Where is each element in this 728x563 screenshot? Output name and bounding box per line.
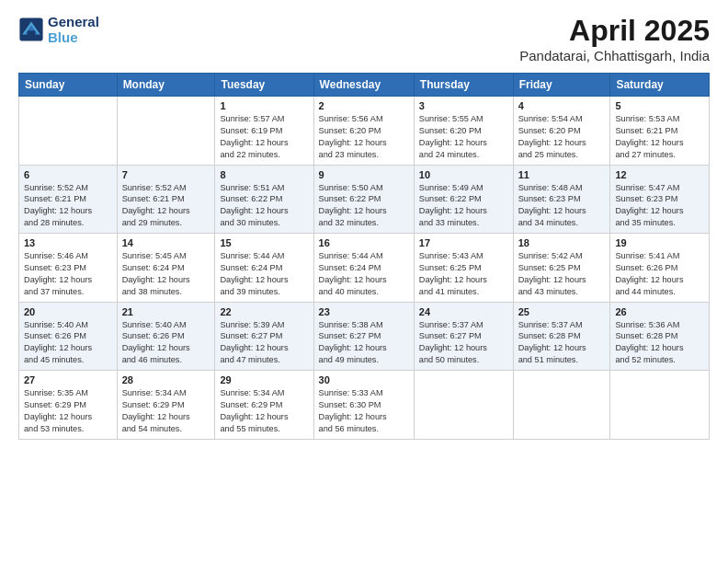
day-header-sunday: Sunday [19,74,118,97]
day-info: Sunrise: 5:40 AM Sunset: 6:26 PM Dayligh… [24,319,112,367]
calendar-cell [513,371,610,440]
calendar-cell: 29Sunrise: 5:34 AM Sunset: 6:29 PM Dayli… [215,371,313,440]
day-info: Sunrise: 5:47 AM Sunset: 6:23 PM Dayligh… [615,182,704,230]
calendar-cell: 6Sunrise: 5:52 AM Sunset: 6:21 PM Daylig… [19,165,118,234]
calendar-cell: 8Sunrise: 5:51 AM Sunset: 6:22 PM Daylig… [215,165,313,234]
day-info: Sunrise: 5:50 AM Sunset: 6:22 PM Dayligh… [319,182,409,230]
day-number: 3 [419,100,508,111]
day-number: 10 [419,169,508,180]
calendar-cell [19,97,118,166]
calendar-cell: 30Sunrise: 5:33 AM Sunset: 6:30 PM Dayli… [313,371,414,440]
day-number: 15 [220,237,308,248]
calendar-cell: 10Sunrise: 5:49 AM Sunset: 6:22 PM Dayli… [414,165,513,234]
day-number: 14 [122,237,210,248]
day-info: Sunrise: 5:42 AM Sunset: 6:25 PM Dayligh… [518,250,606,298]
day-header-monday: Monday [117,74,215,97]
day-info: Sunrise: 5:49 AM Sunset: 6:22 PM Dayligh… [419,182,508,230]
calendar-cell: 16Sunrise: 5:44 AM Sunset: 6:24 PM Dayli… [313,234,414,303]
day-number: 21 [122,306,210,317]
calendar-cell [414,371,513,440]
calendar-subtitle: Pandatarai, Chhattisgarh, India [519,48,710,63]
calendar-cell: 17Sunrise: 5:43 AM Sunset: 6:25 PM Dayli… [414,234,513,303]
day-number: 30 [319,374,409,385]
day-info: Sunrise: 5:35 AM Sunset: 6:29 PM Dayligh… [24,387,112,435]
calendar-cell: 21Sunrise: 5:40 AM Sunset: 6:26 PM Dayli… [117,302,215,371]
day-number: 13 [24,237,112,248]
day-info: Sunrise: 5:55 AM Sunset: 6:20 PM Dayligh… [419,113,508,161]
day-info: Sunrise: 5:57 AM Sunset: 6:19 PM Dayligh… [220,113,308,161]
day-info: Sunrise: 5:41 AM Sunset: 6:26 PM Dayligh… [615,250,704,298]
calendar-cell: 5Sunrise: 5:53 AM Sunset: 6:21 PM Daylig… [610,97,710,166]
day-info: Sunrise: 5:53 AM Sunset: 6:21 PM Dayligh… [615,113,704,161]
calendar-header-row: SundayMondayTuesdayWednesdayThursdayFrid… [19,74,710,97]
day-number: 5 [615,100,704,111]
calendar-cell: 19Sunrise: 5:41 AM Sunset: 6:26 PM Dayli… [610,234,710,303]
header: General Blue April 2025 Pandatarai, Chha… [18,14,710,63]
calendar-cell: 13Sunrise: 5:46 AM Sunset: 6:23 PM Dayli… [19,234,118,303]
day-info: Sunrise: 5:40 AM Sunset: 6:26 PM Dayligh… [122,319,210,367]
calendar-cell: 7Sunrise: 5:52 AM Sunset: 6:21 PM Daylig… [117,165,215,234]
day-info: Sunrise: 5:34 AM Sunset: 6:29 PM Dayligh… [220,387,308,435]
day-info: Sunrise: 5:38 AM Sunset: 6:27 PM Dayligh… [319,319,409,367]
calendar-cell: 2Sunrise: 5:56 AM Sunset: 6:20 PM Daylig… [313,97,414,166]
calendar-cell: 23Sunrise: 5:38 AM Sunset: 6:27 PM Dayli… [313,302,414,371]
day-number: 24 [419,306,508,317]
day-number: 28 [122,374,210,385]
day-number: 23 [319,306,409,317]
calendar-week-5: 27Sunrise: 5:35 AM Sunset: 6:29 PM Dayli… [19,371,710,440]
day-number: 1 [220,100,308,111]
calendar-cell: 11Sunrise: 5:48 AM Sunset: 6:23 PM Dayli… [513,165,610,234]
logo-line1: General [48,14,99,29]
day-number: 12 [615,169,704,180]
calendar-week-3: 13Sunrise: 5:46 AM Sunset: 6:23 PM Dayli… [19,234,710,303]
title-block: April 2025 Pandatarai, Chhattisgarh, Ind… [519,14,710,63]
day-header-thursday: Thursday [414,74,513,97]
calendar-cell: 27Sunrise: 5:35 AM Sunset: 6:29 PM Dayli… [19,371,118,440]
day-info: Sunrise: 5:48 AM Sunset: 6:23 PM Dayligh… [518,182,606,230]
calendar-cell: 1Sunrise: 5:57 AM Sunset: 6:19 PM Daylig… [215,97,313,166]
calendar-table: SundayMondayTuesdayWednesdayThursdayFrid… [18,73,710,440]
day-info: Sunrise: 5:51 AM Sunset: 6:22 PM Dayligh… [220,182,308,230]
calendar-cell: 22Sunrise: 5:39 AM Sunset: 6:27 PM Dayli… [215,302,313,371]
calendar-cell: 18Sunrise: 5:42 AM Sunset: 6:25 PM Dayli… [513,234,610,303]
day-info: Sunrise: 5:43 AM Sunset: 6:25 PM Dayligh… [419,250,508,298]
logo-icon [18,17,44,42]
calendar-cell: 15Sunrise: 5:44 AM Sunset: 6:24 PM Dayli… [215,234,313,303]
logo-line2: Blue [48,29,78,45]
calendar-cell [610,371,710,440]
day-number: 29 [220,374,308,385]
day-info: Sunrise: 5:52 AM Sunset: 6:21 PM Dayligh… [24,182,112,230]
day-number: 17 [419,237,508,248]
day-header-friday: Friday [513,74,610,97]
calendar-cell: 24Sunrise: 5:37 AM Sunset: 6:27 PM Dayli… [414,302,513,371]
day-number: 11 [518,169,606,180]
day-header-tuesday: Tuesday [215,74,313,97]
calendar-cell: 4Sunrise: 5:54 AM Sunset: 6:20 PM Daylig… [513,97,610,166]
calendar-cell: 12Sunrise: 5:47 AM Sunset: 6:23 PM Dayli… [610,165,710,234]
day-info: Sunrise: 5:33 AM Sunset: 6:30 PM Dayligh… [319,387,409,435]
day-info: Sunrise: 5:45 AM Sunset: 6:24 PM Dayligh… [122,250,210,298]
day-number: 7 [122,169,210,180]
day-info: Sunrise: 5:52 AM Sunset: 6:21 PM Dayligh… [122,182,210,230]
day-number: 4 [518,100,606,111]
day-info: Sunrise: 5:46 AM Sunset: 6:23 PM Dayligh… [24,250,112,298]
calendar-cell: 14Sunrise: 5:45 AM Sunset: 6:24 PM Dayli… [117,234,215,303]
day-info: Sunrise: 5:34 AM Sunset: 6:29 PM Dayligh… [122,387,210,435]
day-number: 8 [220,169,308,180]
day-info: Sunrise: 5:36 AM Sunset: 6:28 PM Dayligh… [615,319,704,367]
calendar-week-2: 6Sunrise: 5:52 AM Sunset: 6:21 PM Daylig… [19,165,710,234]
calendar-cell: 3Sunrise: 5:55 AM Sunset: 6:20 PM Daylig… [414,97,513,166]
calendar-cell: 28Sunrise: 5:34 AM Sunset: 6:29 PM Dayli… [117,371,215,440]
day-number: 25 [518,306,606,317]
day-number: 27 [24,374,112,385]
calendar-title: April 2025 [519,14,710,48]
day-number: 2 [319,100,409,111]
day-header-saturday: Saturday [610,74,710,97]
day-header-wednesday: Wednesday [313,74,414,97]
day-number: 19 [615,237,704,248]
calendar-week-1: 1Sunrise: 5:57 AM Sunset: 6:19 PM Daylig… [19,97,710,166]
day-info: Sunrise: 5:39 AM Sunset: 6:27 PM Dayligh… [220,319,308,367]
day-number: 9 [319,169,409,180]
day-number: 26 [615,306,704,317]
day-number: 20 [24,306,112,317]
